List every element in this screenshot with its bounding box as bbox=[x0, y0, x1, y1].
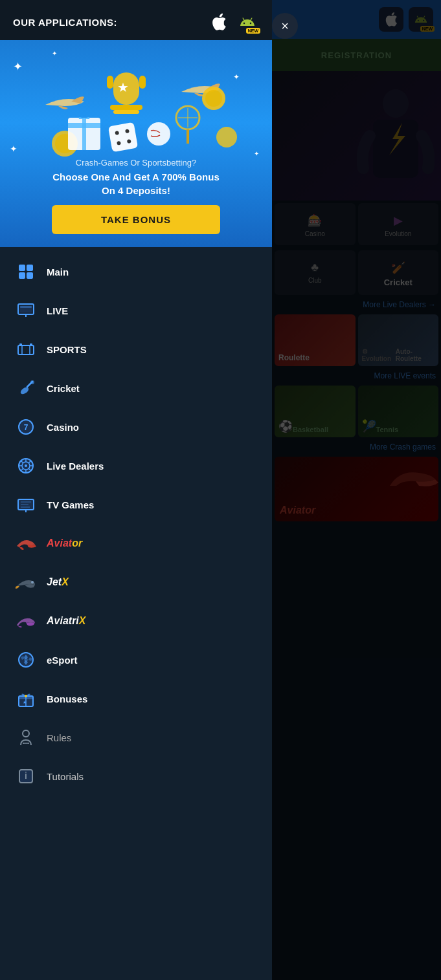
svg-rect-1 bbox=[373, 120, 418, 178]
nav-item-casino[interactable]: 7 Casino bbox=[0, 408, 272, 446]
nav-label-esport: eSport bbox=[47, 655, 78, 666]
aviatrix-icon bbox=[16, 611, 36, 631]
promo-banner: ✦ ✦ ✦ ✦ ✦ ★ bbox=[0, 40, 272, 247]
monitor-icon bbox=[16, 300, 36, 321]
nav-item-aviator[interactable]: Aviator bbox=[0, 524, 272, 563]
new-badge-android-right: NEW bbox=[420, 26, 435, 32]
svg-text:i: i bbox=[25, 770, 27, 781]
svg-point-69 bbox=[24, 658, 28, 662]
sidebar-panel: OUR APPLICATIONS: NEW ✦ ✦ ✦ ✦ ✦ bbox=[0, 0, 272, 980]
more-live-events-link[interactable]: More LIVE events bbox=[272, 369, 441, 383]
cat-evolution[interactable]: ▶ Evolution bbox=[358, 203, 439, 245]
svg-point-12 bbox=[216, 127, 237, 147]
android-icon-right: NEW bbox=[409, 7, 433, 32]
nav-menu: Main LIVE bbox=[0, 247, 272, 980]
crash-games-grid: ⚽ Basketball 🎾 Tennis bbox=[272, 383, 441, 440]
auto-roulette-tile[interactable]: ⚙ Evolution Auto-Roulette bbox=[358, 314, 439, 366]
nav-item-jetx[interactable]: JetX bbox=[0, 563, 272, 602]
svg-text:★: ★ bbox=[23, 700, 27, 704]
nav-label-live-dealers: Live Dealers bbox=[47, 461, 104, 472]
right-partial-panel: NEW REGISTRATION 🎰 Casino ▶ E bbox=[272, 0, 441, 980]
cat-cricket[interactable]: 🏏 Cricket bbox=[358, 250, 439, 295]
roulette-tile[interactable]: Roulette bbox=[275, 314, 356, 366]
more-crash-games-link[interactable]: More Crash games bbox=[272, 440, 441, 454]
nav-label-casino: Casino bbox=[47, 422, 79, 433]
nav-label-tutorials: Tutorials bbox=[47, 771, 84, 782]
svg-point-0 bbox=[383, 89, 409, 118]
nav-label-sports: SPORTS bbox=[47, 344, 87, 355]
svg-point-48 bbox=[25, 464, 27, 467]
grid-icon bbox=[16, 261, 36, 282]
nav-label-tv-games: TV Games bbox=[47, 499, 94, 510]
apps-header: OUR APPLICATIONS: NEW bbox=[0, 0, 272, 40]
nav-item-tutorials[interactable]: i Tutorials bbox=[0, 757, 272, 796]
right-category-grid-2: ♣ Club 🏏 Cricket bbox=[272, 248, 441, 298]
jetx-icon bbox=[16, 572, 36, 593]
aviator-icon bbox=[16, 533, 36, 554]
nav-label-rules: Rules bbox=[47, 732, 71, 743]
svg-point-75 bbox=[23, 730, 29, 737]
nav-item-sports[interactable]: SPORTS bbox=[0, 330, 272, 369]
svg-rect-28 bbox=[19, 272, 25, 279]
nav-item-esport[interactable]: eSport bbox=[0, 640, 272, 679]
new-badge-android: NEW bbox=[246, 28, 260, 34]
registration-bar[interactable]: REGISTRATION bbox=[272, 39, 441, 71]
nav-label-main: Main bbox=[47, 267, 69, 278]
close-icon: × bbox=[281, 19, 289, 34]
more-live-dealers-link[interactable]: More Live Dealers → bbox=[272, 298, 441, 312]
svg-rect-26 bbox=[19, 265, 25, 271]
svg-rect-39 bbox=[19, 343, 22, 346]
cat-club[interactable]: ♣ Club bbox=[275, 250, 356, 295]
nav-item-rules[interactable]: Rules bbox=[0, 718, 272, 757]
promo-illustration: ★ bbox=[0, 40, 272, 182]
nav-label-live: LIVE bbox=[47, 305, 68, 316]
nav-label-bonuses: Bonuses bbox=[47, 693, 87, 704]
cricket-icon bbox=[16, 378, 36, 398]
aviator-section: Aviator bbox=[272, 454, 441, 524]
nav-item-live[interactable]: LIVE bbox=[0, 291, 272, 330]
right-top-bar: NEW bbox=[272, 0, 441, 39]
aviator-tile[interactable]: Aviator bbox=[275, 457, 438, 521]
svg-rect-40 bbox=[30, 343, 32, 346]
apple-icon-right bbox=[379, 7, 403, 32]
svg-point-43 bbox=[30, 380, 34, 384]
svg-rect-29 bbox=[27, 272, 33, 279]
svg-rect-5 bbox=[110, 105, 142, 110]
right-hero-banner bbox=[272, 71, 441, 201]
nav-item-main[interactable]: Main bbox=[0, 252, 272, 291]
nav-item-aviatrix[interactable]: AviatriX bbox=[0, 602, 272, 640]
nav-item-live-dealers[interactable]: Live Dealers bbox=[0, 446, 272, 485]
casino-icon: 7 bbox=[16, 417, 36, 437]
basketball-tile[interactable]: ⚽ Basketball bbox=[275, 386, 356, 437]
take-bonus-button[interactable]: TAKE BONUS bbox=[52, 205, 220, 234]
close-button[interactable]: × bbox=[272, 13, 298, 39]
nav-item-tv-games[interactable]: TV Games bbox=[0, 485, 272, 524]
tv-icon bbox=[16, 494, 36, 515]
svg-rect-3 bbox=[107, 76, 113, 89]
nav-item-cricket[interactable]: Cricket bbox=[0, 369, 272, 408]
svg-point-22 bbox=[147, 122, 170, 146]
rules-icon bbox=[16, 727, 36, 748]
nav-label-aviatrix: AviatriX bbox=[47, 615, 85, 627]
android-download-btn[interactable]: NEW bbox=[236, 10, 259, 34]
svg-rect-4 bbox=[139, 76, 146, 89]
bonuses-icon: ★ bbox=[16, 688, 36, 709]
apple-download-btn[interactable] bbox=[207, 10, 231, 34]
cat-casino[interactable]: 🎰 Casino bbox=[275, 203, 356, 245]
esport-icon bbox=[16, 649, 36, 670]
svg-rect-6 bbox=[113, 110, 139, 114]
svg-rect-33 bbox=[20, 306, 32, 308]
svg-point-9 bbox=[205, 90, 222, 107]
tennis-tile[interactable]: 🎾 Tennis bbox=[358, 386, 439, 437]
svg-rect-27 bbox=[27, 265, 33, 271]
svg-text:★: ★ bbox=[117, 80, 129, 94]
app-icons-row: NEW bbox=[207, 10, 259, 34]
nav-item-bonuses[interactable]: ★ Bonuses bbox=[0, 679, 272, 718]
apps-title: OUR APPLICATIONS: bbox=[13, 17, 117, 28]
svg-rect-17 bbox=[108, 122, 138, 152]
svg-point-73 bbox=[25, 695, 27, 697]
sports-icon bbox=[16, 339, 36, 360]
right-game-grid: Roulette ⚙ Evolution Auto-Roulette bbox=[272, 312, 441, 369]
svg-text:7: 7 bbox=[24, 423, 28, 432]
svg-rect-36 bbox=[18, 345, 34, 354]
